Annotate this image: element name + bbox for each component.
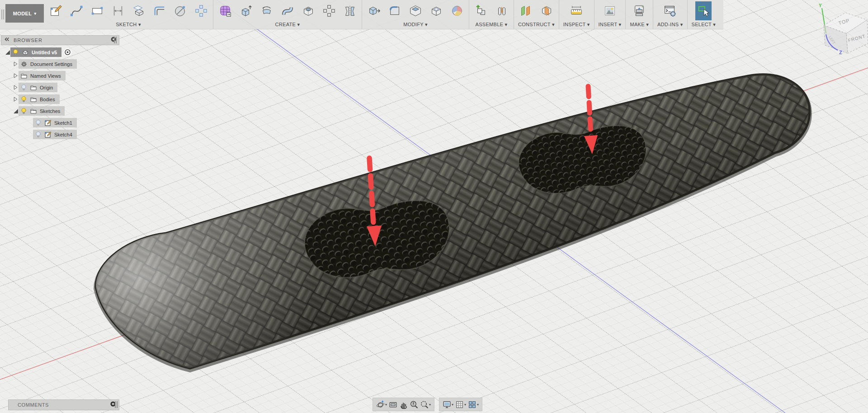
- expand-node-icon[interactable]: [13, 84, 19, 90]
- orbit-icon: [376, 400, 385, 409]
- viewports-button[interactable]: ▾: [468, 400, 479, 409]
- browser-item-origin[interactable]: Origin: [19, 83, 57, 92]
- browser-item-sketch1[interactable]: Sketch1: [33, 118, 77, 127]
- collapse-node-icon[interactable]: [13, 109, 19, 113]
- activate-component-radio[interactable]: [63, 48, 72, 56]
- appearance-icon: [450, 4, 464, 18]
- browser-item-untitled-v5[interactable]: Untitled v5: [10, 47, 61, 57]
- select-button[interactable]: [695, 1, 712, 20]
- circle-button[interactable]: [173, 2, 188, 19]
- revolve-icon: [260, 4, 274, 18]
- look-at-button[interactable]: [389, 400, 397, 409]
- circular-pattern-button[interactable]: [321, 2, 337, 19]
- toolbar-menu-modify[interactable]: MODIFY ▾: [403, 21, 428, 28]
- navigation-toolbar: ▾▾▾▾▾: [373, 398, 482, 411]
- shell-button[interactable]: [429, 2, 444, 19]
- toolbar-menu-make[interactable]: MAKE ▾: [630, 21, 649, 28]
- skateboard-deck-body[interactable]: [96, 75, 810, 370]
- visibility-bulb-icon: [20, 96, 27, 103]
- browser-item-bodies[interactable]: Bodies: [19, 94, 60, 104]
- toolbar-menu-inspect[interactable]: INSPECT ▾: [563, 21, 590, 28]
- measure-icon: [570, 4, 583, 18]
- offset-curve-icon: [153, 4, 166, 18]
- browser-header[interactable]: BROWSER: [1, 35, 119, 45]
- scripts-addins-button[interactable]: [662, 2, 678, 19]
- browser-item-sketch4[interactable]: Sketch4: [33, 130, 77, 139]
- toolbar-menu-create[interactable]: CREATE ▾: [275, 21, 300, 28]
- display-settings-button[interactable]: ▾: [443, 400, 453, 409]
- grid-settings-icon: [455, 400, 464, 409]
- print-3d-icon: [632, 4, 646, 18]
- zoom-button[interactable]: [410, 400, 418, 409]
- browser-item-label: Sketch1: [54, 120, 72, 126]
- browser-item-label: Sketch4: [54, 132, 72, 137]
- browser-resize-handle[interactable]: [114, 37, 117, 43]
- view-cube[interactable]: Y TOP FRONT LEFT Z: [806, 2, 868, 60]
- hole-icon: [302, 4, 315, 18]
- toolbar-menu-insert[interactable]: INSERT ▾: [599, 21, 622, 28]
- insert-image-button[interactable]: [602, 2, 618, 19]
- zoom-window-button[interactable]: ▾: [420, 400, 431, 409]
- sweep-icon: [281, 4, 294, 18]
- toolbar-grip-handle[interactable]: [0, 0, 5, 29]
- collapse-node-icon[interactable]: [5, 50, 10, 55]
- appearance-button[interactable]: [449, 2, 465, 19]
- browser-item-document-settings[interactable]: Document Settings: [19, 59, 77, 69]
- toolbar-menu-construct[interactable]: CONSTRUCT ▾: [518, 21, 555, 28]
- pan-button[interactable]: [399, 400, 408, 409]
- gear-icon: [20, 61, 28, 68]
- hole-button[interactable]: [301, 2, 316, 19]
- workspace-switcher[interactable]: MODEL ▾: [5, 4, 44, 23]
- viewport-canvas[interactable]: [0, 0, 868, 413]
- browser-item-sketches[interactable]: Sketches: [19, 106, 65, 116]
- toolbar-group-add-ins: ADD-INS ▾: [653, 0, 687, 29]
- chevron-down-icon: ▾: [452, 403, 453, 407]
- circle-icon: [174, 4, 187, 18]
- toolbar-menu-add-ins[interactable]: ADD-INS ▾: [657, 21, 683, 28]
- project-button[interactable]: [131, 2, 146, 19]
- rectangle-button[interactable]: [90, 2, 105, 19]
- sketch-pattern-button[interactable]: [193, 2, 209, 19]
- offset-plane-button[interactable]: [518, 2, 533, 19]
- offset-curve-button[interactable]: [152, 2, 167, 19]
- browser-item-named-views[interactable]: Named Views: [19, 71, 66, 80]
- browser-item-label: Document Settings: [30, 61, 72, 67]
- expand-node-icon[interactable]: [13, 73, 19, 79]
- expand-node-icon[interactable]: [13, 61, 19, 67]
- toolbar-group-construct: CONSTRUCT ▾: [514, 0, 559, 29]
- toolbar-group-modify: MODIFY ▾: [362, 0, 469, 29]
- print-3d-button[interactable]: [632, 2, 647, 19]
- create-sketch-button[interactable]: [48, 2, 63, 19]
- extrude-button[interactable]: [238, 2, 254, 19]
- chamfer-button[interactable]: [408, 2, 423, 19]
- mirror-button[interactable]: [342, 2, 358, 19]
- fillet-button[interactable]: [387, 2, 402, 19]
- grid-settings-button[interactable]: ▾: [455, 400, 466, 409]
- scripts-addins-icon: [663, 4, 677, 18]
- display-settings-icon: [443, 400, 451, 409]
- midplane-button[interactable]: [539, 2, 554, 19]
- scene-3d: [0, 0, 868, 413]
- toolbar-menu-sketch[interactable]: SKETCH ▾: [116, 21, 141, 28]
- collapse-panel-icon[interactable]: [4, 36, 10, 44]
- toolbar-menu-assemble[interactable]: ASSEMBLE ▾: [476, 21, 508, 28]
- spline-button[interactable]: [69, 2, 84, 19]
- revolve-button[interactable]: [259, 2, 274, 19]
- toolbar-menu-select[interactable]: SELECT ▾: [692, 21, 716, 28]
- browser-row-sketches: Sketches: [1, 106, 119, 116]
- comments-resize-handle[interactable]: [115, 401, 118, 408]
- sketch-dimension-button[interactable]: [110, 2, 126, 19]
- orbit-button[interactable]: ▾: [376, 400, 387, 409]
- measure-button[interactable]: [569, 2, 584, 19]
- toolbar-group-create: CREATE ▾: [213, 0, 362, 29]
- visibility-bulb-icon: [20, 108, 27, 114]
- visibility-bulb-icon: [35, 119, 42, 126]
- visibility-bulb-icon: [35, 131, 42, 138]
- create-form-button[interactable]: [217, 2, 233, 19]
- expand-node-icon[interactable]: [13, 96, 19, 102]
- press-pull-button[interactable]: [366, 2, 382, 19]
- new-component-button[interactable]: [473, 2, 489, 19]
- sweep-button[interactable]: [280, 2, 295, 19]
- comments-panel[interactable]: COMMENTS: [8, 399, 119, 410]
- joint-button[interactable]: [494, 2, 509, 19]
